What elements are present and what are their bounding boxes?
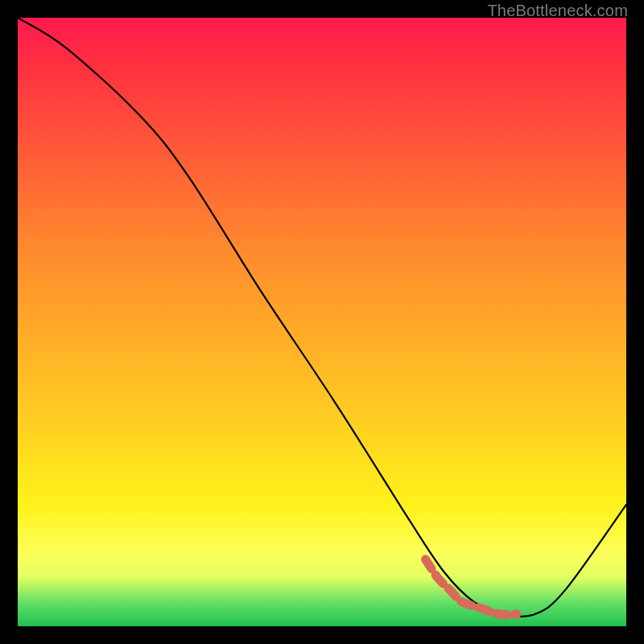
marker-band-path — [426, 559, 517, 615]
plot-area — [18, 18, 626, 626]
chart-frame: TheBottleneck.com — [0, 0, 644, 644]
bottleneck-curve-path — [18, 18, 626, 617]
curve-svg — [18, 18, 626, 626]
